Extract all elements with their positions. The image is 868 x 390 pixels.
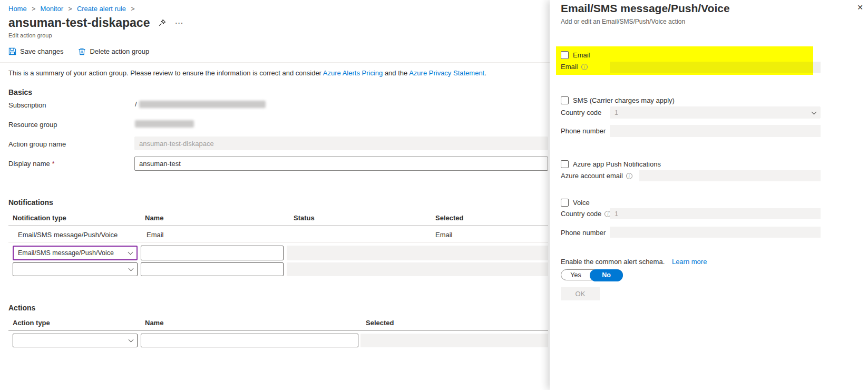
schema-toggle-no[interactable]: No <box>590 269 623 281</box>
notification-type-select-value: Email/SMS message/Push/Voice <box>18 249 114 257</box>
main-content: Home > Monitor > Create alert rule > ans… <box>0 0 550 390</box>
notification-type-select-empty[interactable] <box>13 262 138 276</box>
pricing-link[interactable]: Azure Alerts Pricing <box>323 69 383 77</box>
chevron-down-icon <box>129 337 134 343</box>
actions-col-type: Action type <box>13 319 50 327</box>
push-email-label-row: Azure account email i <box>561 172 632 180</box>
page-subtitle: Edit action group <box>8 32 52 38</box>
voice-checkbox-label: Voice <box>573 199 590 207</box>
breadcrumb-create-alert-rule[interactable]: Create alert rule <box>77 5 126 13</box>
summary-text-start: This is a summary of your action group. … <box>8 69 323 77</box>
email-checkbox-row: Email <box>561 51 590 59</box>
breadcrumb: Home > Monitor > Create alert rule > <box>8 4 138 13</box>
save-icon <box>8 47 16 55</box>
privacy-link[interactable]: Azure Privacy Statement <box>409 69 484 77</box>
voice-phone-input[interactable] <box>610 227 821 238</box>
notification-row-selected: Email <box>435 231 453 239</box>
notifications-col-name: Name <box>145 214 163 222</box>
action-name-input[interactable] <box>141 334 358 347</box>
breadcrumb-monitor[interactable]: Monitor <box>41 5 63 13</box>
notifications-header-divider <box>8 226 548 226</box>
voice-checkbox[interactable] <box>561 199 569 207</box>
actions-heading: Actions <box>8 304 35 312</box>
panel-title: Email/SMS message/Push/Voice <box>561 2 730 15</box>
notifications-heading: Notifications <box>8 198 53 207</box>
push-account-email-input[interactable] <box>639 170 821 181</box>
email-field-label: Email <box>561 63 578 71</box>
sms-country-code-value: 1 <box>615 109 618 116</box>
sms-country-code-select[interactable]: 1 <box>610 106 821 119</box>
display-name-input[interactable] <box>134 157 548 171</box>
page-title: ansuman-test-diskapace <box>8 16 150 30</box>
action-group-name-label: Action group name <box>8 140 66 148</box>
notification-editor-row-background <box>287 246 548 260</box>
redacted-subscription-value <box>139 101 266 108</box>
actions-col-name: Name <box>145 319 163 327</box>
voice-country-code-label-row: Country code i <box>561 210 611 218</box>
subscription-value: / <box>135 100 266 108</box>
sms-checkbox-label: SMS (Carrier charges may apply) <box>573 96 675 104</box>
action-group-name-input <box>134 136 548 150</box>
sms-checkbox[interactable] <box>561 96 569 104</box>
push-checkbox-label: Azure app Push Notifications <box>573 160 661 168</box>
command-bar: Save changes Delete action group <box>8 47 149 55</box>
notification-name-input-empty[interactable] <box>141 262 284 276</box>
info-icon: i <box>626 173 632 179</box>
breadcrumb-separator-icon: > <box>68 5 72 13</box>
notifications-col-type: Notification type <box>13 214 66 222</box>
chevron-down-icon <box>128 250 133 255</box>
notification-row-name: Email <box>147 231 164 239</box>
sms-checkbox-row: SMS (Carrier charges may apply) <box>561 96 675 104</box>
email-input[interactable] <box>610 62 821 73</box>
voice-country-code-label: Country code <box>561 210 601 218</box>
save-changes-button[interactable]: Save changes <box>8 47 63 55</box>
schema-row: Enable the common alert schema. Learn mo… <box>561 258 707 266</box>
chevron-down-icon <box>812 109 817 114</box>
push-checkbox[interactable] <box>561 160 569 168</box>
breadcrumb-home[interactable]: Home <box>8 5 27 13</box>
notifications-col-selected: Selected <box>435 214 463 222</box>
delete-action-group-button[interactable]: Delete action group <box>78 47 149 55</box>
schema-toggle-yes[interactable]: Yes <box>561 270 590 281</box>
display-name-label: Display name * <box>8 160 54 168</box>
panel-subtitle: Add or edit an Email/SMS/Push/Voice acti… <box>561 18 685 25</box>
required-marker: * <box>52 160 54 168</box>
more-icon[interactable]: ⋯ <box>174 18 183 28</box>
actions-col-selected: Selected <box>366 319 394 327</box>
schema-toggle: Yes No <box>561 269 623 280</box>
sms-phone-label: Phone number <box>561 127 606 135</box>
notification-row-divider <box>8 242 548 243</box>
push-checkbox-row: Azure app Push Notifications <box>561 160 661 168</box>
resource-group-value <box>135 120 194 130</box>
learn-more-link[interactable]: Learn more <box>672 258 707 266</box>
notification-row-type: Email/SMS message/Push/Voice <box>18 231 118 239</box>
azure-portal-page: Home > Monitor > Create alert rule > ans… <box>0 0 868 390</box>
ok-button[interactable]: OK <box>561 287 600 300</box>
sms-phone-input[interactable] <box>610 125 821 137</box>
voice-country-code-input[interactable] <box>610 208 821 219</box>
email-checkbox-label: Email <box>573 51 590 59</box>
notifications-col-status: Status <box>294 214 315 222</box>
info-icon: i <box>581 64 588 70</box>
action-blank-row-background <box>360 334 548 347</box>
push-account-email-label: Azure account email <box>561 172 623 180</box>
email-checkbox[interactable] <box>561 51 569 59</box>
pin-icon[interactable] <box>158 19 166 27</box>
chevron-down-icon <box>129 266 134 271</box>
summary-text-middle: and the <box>383 69 409 77</box>
notification-name-input[interactable] <box>141 246 284 260</box>
summary-text-end: . <box>484 69 486 77</box>
summary-banner: This is a summary of your action group. … <box>8 69 486 77</box>
subscription-label: Subscription <box>8 101 46 109</box>
delete-action-group-label: Delete action group <box>90 47 149 55</box>
toolbar-divider <box>0 62 550 63</box>
subscription-value-prefix: / <box>135 100 137 108</box>
close-icon[interactable]: ✕ <box>857 3 863 12</box>
breadcrumb-separator-icon: > <box>32 5 35 13</box>
notification-type-select[interactable]: Email/SMS message/Push/Voice <box>13 246 138 260</box>
action-type-select[interactable] <box>13 334 138 347</box>
notification-blank-row-background <box>287 262 548 276</box>
save-changes-label: Save changes <box>20 47 63 55</box>
email-field-row: Email i <box>561 63 588 71</box>
voice-phone-label: Phone number <box>561 229 606 237</box>
